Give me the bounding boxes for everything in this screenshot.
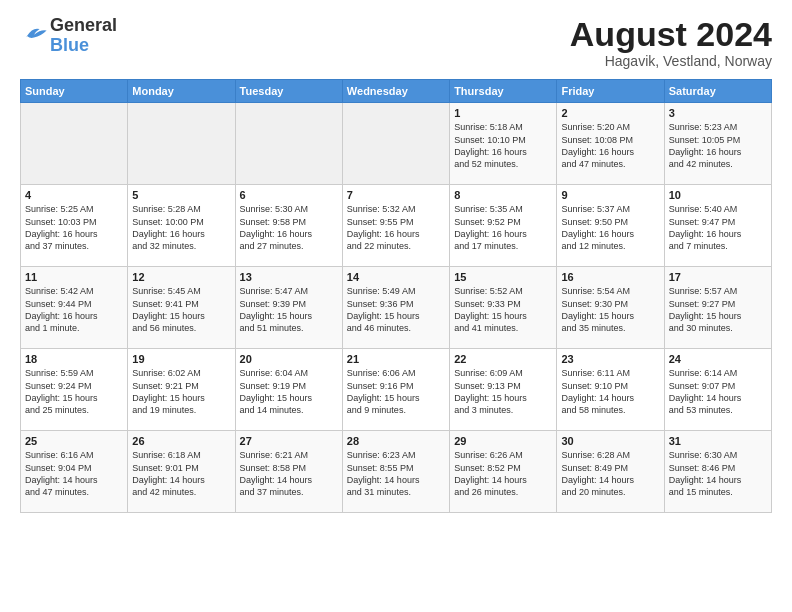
day-number: 3	[669, 107, 767, 119]
calendar-cell: 3Sunrise: 5:23 AM Sunset: 10:05 PM Dayli…	[664, 103, 771, 185]
day-number: 8	[454, 189, 552, 201]
day-number: 9	[561, 189, 659, 201]
cell-content: Sunrise: 6:21 AM Sunset: 8:58 PM Dayligh…	[240, 449, 338, 498]
day-number: 11	[25, 271, 123, 283]
calendar-cell: 25Sunrise: 6:16 AM Sunset: 9:04 PM Dayli…	[21, 431, 128, 513]
calendar-cell: 4Sunrise: 5:25 AM Sunset: 10:03 PM Dayli…	[21, 185, 128, 267]
calendar-cell: 24Sunrise: 6:14 AM Sunset: 9:07 PM Dayli…	[664, 349, 771, 431]
day-number: 30	[561, 435, 659, 447]
calendar-cell: 16Sunrise: 5:54 AM Sunset: 9:30 PM Dayli…	[557, 267, 664, 349]
calendar-header-row: Sunday Monday Tuesday Wednesday Thursday…	[21, 80, 772, 103]
cell-content: Sunrise: 5:52 AM Sunset: 9:33 PM Dayligh…	[454, 285, 552, 334]
header-monday: Monday	[128, 80, 235, 103]
cell-content: Sunrise: 5:28 AM Sunset: 10:00 PM Daylig…	[132, 203, 230, 252]
calendar-week-3: 11Sunrise: 5:42 AM Sunset: 9:44 PM Dayli…	[21, 267, 772, 349]
cell-content: Sunrise: 6:14 AM Sunset: 9:07 PM Dayligh…	[669, 367, 767, 416]
calendar-cell: 9Sunrise: 5:37 AM Sunset: 9:50 PM Daylig…	[557, 185, 664, 267]
day-number: 12	[132, 271, 230, 283]
calendar-cell	[21, 103, 128, 185]
calendar-cell: 1Sunrise: 5:18 AM Sunset: 10:10 PM Dayli…	[450, 103, 557, 185]
cell-content: Sunrise: 5:54 AM Sunset: 9:30 PM Dayligh…	[561, 285, 659, 334]
calendar-cell: 12Sunrise: 5:45 AM Sunset: 9:41 PM Dayli…	[128, 267, 235, 349]
cell-content: Sunrise: 6:30 AM Sunset: 8:46 PM Dayligh…	[669, 449, 767, 498]
calendar-cell: 31Sunrise: 6:30 AM Sunset: 8:46 PM Dayli…	[664, 431, 771, 513]
day-number: 1	[454, 107, 552, 119]
header-thursday: Thursday	[450, 80, 557, 103]
day-number: 14	[347, 271, 445, 283]
day-number: 16	[561, 271, 659, 283]
calendar-cell	[342, 103, 449, 185]
calendar-cell: 11Sunrise: 5:42 AM Sunset: 9:44 PM Dayli…	[21, 267, 128, 349]
calendar-cell: 21Sunrise: 6:06 AM Sunset: 9:16 PM Dayli…	[342, 349, 449, 431]
calendar-cell	[128, 103, 235, 185]
calendar-cell: 10Sunrise: 5:40 AM Sunset: 9:47 PM Dayli…	[664, 185, 771, 267]
calendar-cell: 18Sunrise: 5:59 AM Sunset: 9:24 PM Dayli…	[21, 349, 128, 431]
cell-content: Sunrise: 5:23 AM Sunset: 10:05 PM Daylig…	[669, 121, 767, 170]
calendar-cell: 15Sunrise: 5:52 AM Sunset: 9:33 PM Dayli…	[450, 267, 557, 349]
cell-content: Sunrise: 5:57 AM Sunset: 9:27 PM Dayligh…	[669, 285, 767, 334]
logo: General Blue	[20, 16, 117, 56]
day-number: 21	[347, 353, 445, 365]
cell-content: Sunrise: 6:02 AM Sunset: 9:21 PM Dayligh…	[132, 367, 230, 416]
day-number: 19	[132, 353, 230, 365]
header-wednesday: Wednesday	[342, 80, 449, 103]
calendar-cell: 23Sunrise: 6:11 AM Sunset: 9:10 PM Dayli…	[557, 349, 664, 431]
calendar-cell: 19Sunrise: 6:02 AM Sunset: 9:21 PM Dayli…	[128, 349, 235, 431]
cell-content: Sunrise: 6:28 AM Sunset: 8:49 PM Dayligh…	[561, 449, 659, 498]
day-number: 24	[669, 353, 767, 365]
cell-content: Sunrise: 5:59 AM Sunset: 9:24 PM Dayligh…	[25, 367, 123, 416]
cell-content: Sunrise: 5:35 AM Sunset: 9:52 PM Dayligh…	[454, 203, 552, 252]
cell-content: Sunrise: 5:20 AM Sunset: 10:08 PM Daylig…	[561, 121, 659, 170]
calendar-cell: 2Sunrise: 5:20 AM Sunset: 10:08 PM Dayli…	[557, 103, 664, 185]
day-number: 4	[25, 189, 123, 201]
cell-content: Sunrise: 6:23 AM Sunset: 8:55 PM Dayligh…	[347, 449, 445, 498]
cell-content: Sunrise: 5:30 AM Sunset: 9:58 PM Dayligh…	[240, 203, 338, 252]
logo-bird-icon	[20, 23, 48, 45]
day-number: 27	[240, 435, 338, 447]
logo-text: General Blue	[50, 16, 117, 56]
cell-content: Sunrise: 5:49 AM Sunset: 9:36 PM Dayligh…	[347, 285, 445, 334]
calendar-cell: 13Sunrise: 5:47 AM Sunset: 9:39 PM Dayli…	[235, 267, 342, 349]
day-number: 20	[240, 353, 338, 365]
calendar-cell: 26Sunrise: 6:18 AM Sunset: 9:01 PM Dayli…	[128, 431, 235, 513]
calendar-cell: 29Sunrise: 6:26 AM Sunset: 8:52 PM Dayli…	[450, 431, 557, 513]
day-number: 7	[347, 189, 445, 201]
cell-content: Sunrise: 6:16 AM Sunset: 9:04 PM Dayligh…	[25, 449, 123, 498]
day-number: 2	[561, 107, 659, 119]
location-subtitle: Hagavik, Vestland, Norway	[570, 53, 772, 69]
calendar-cell: 7Sunrise: 5:32 AM Sunset: 9:55 PM Daylig…	[342, 185, 449, 267]
title-block: August 2024 Hagavik, Vestland, Norway	[570, 16, 772, 69]
day-number: 10	[669, 189, 767, 201]
cell-content: Sunrise: 5:47 AM Sunset: 9:39 PM Dayligh…	[240, 285, 338, 334]
cell-content: Sunrise: 5:42 AM Sunset: 9:44 PM Dayligh…	[25, 285, 123, 334]
cell-content: Sunrise: 6:11 AM Sunset: 9:10 PM Dayligh…	[561, 367, 659, 416]
calendar-week-4: 18Sunrise: 5:59 AM Sunset: 9:24 PM Dayli…	[21, 349, 772, 431]
cell-content: Sunrise: 5:32 AM Sunset: 9:55 PM Dayligh…	[347, 203, 445, 252]
day-number: 26	[132, 435, 230, 447]
cell-content: Sunrise: 6:09 AM Sunset: 9:13 PM Dayligh…	[454, 367, 552, 416]
day-number: 31	[669, 435, 767, 447]
calendar-table: Sunday Monday Tuesday Wednesday Thursday…	[20, 79, 772, 513]
calendar-week-5: 25Sunrise: 6:16 AM Sunset: 9:04 PM Dayli…	[21, 431, 772, 513]
calendar-cell	[235, 103, 342, 185]
header-saturday: Saturday	[664, 80, 771, 103]
cell-content: Sunrise: 6:26 AM Sunset: 8:52 PM Dayligh…	[454, 449, 552, 498]
calendar-cell: 14Sunrise: 5:49 AM Sunset: 9:36 PM Dayli…	[342, 267, 449, 349]
calendar-cell: 20Sunrise: 6:04 AM Sunset: 9:19 PM Dayli…	[235, 349, 342, 431]
header: General Blue August 2024 Hagavik, Vestla…	[20, 16, 772, 69]
calendar-cell: 8Sunrise: 5:35 AM Sunset: 9:52 PM Daylig…	[450, 185, 557, 267]
cell-content: Sunrise: 6:04 AM Sunset: 9:19 PM Dayligh…	[240, 367, 338, 416]
calendar-cell: 5Sunrise: 5:28 AM Sunset: 10:00 PM Dayli…	[128, 185, 235, 267]
day-number: 22	[454, 353, 552, 365]
day-number: 25	[25, 435, 123, 447]
cell-content: Sunrise: 5:45 AM Sunset: 9:41 PM Dayligh…	[132, 285, 230, 334]
cell-content: Sunrise: 5:37 AM Sunset: 9:50 PM Dayligh…	[561, 203, 659, 252]
header-tuesday: Tuesday	[235, 80, 342, 103]
day-number: 15	[454, 271, 552, 283]
day-number: 29	[454, 435, 552, 447]
calendar-cell: 6Sunrise: 5:30 AM Sunset: 9:58 PM Daylig…	[235, 185, 342, 267]
day-number: 6	[240, 189, 338, 201]
calendar-week-1: 1Sunrise: 5:18 AM Sunset: 10:10 PM Dayli…	[21, 103, 772, 185]
calendar-cell: 27Sunrise: 6:21 AM Sunset: 8:58 PM Dayli…	[235, 431, 342, 513]
cell-content: Sunrise: 6:06 AM Sunset: 9:16 PM Dayligh…	[347, 367, 445, 416]
